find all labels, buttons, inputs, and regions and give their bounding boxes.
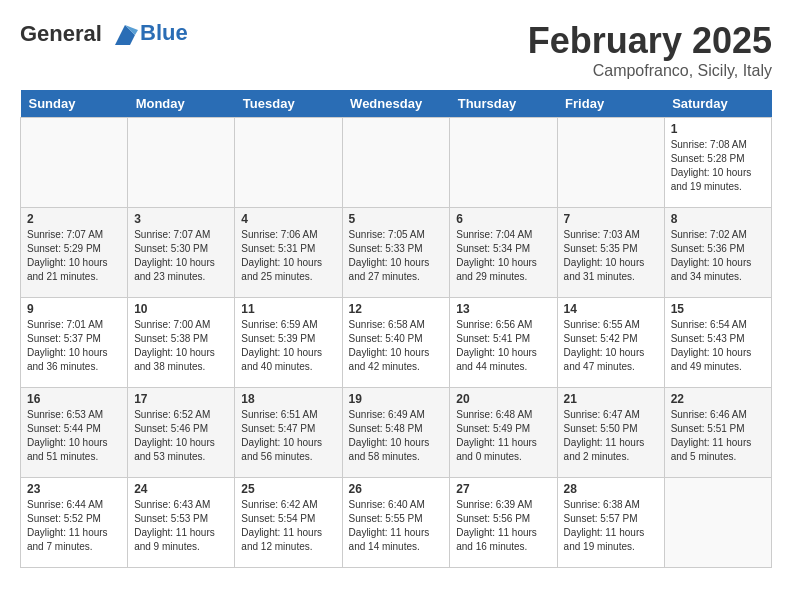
day-number: 11	[241, 302, 335, 316]
week-row-5: 23Sunrise: 6:44 AM Sunset: 5:52 PM Dayli…	[21, 478, 772, 568]
day-cell	[557, 118, 664, 208]
day-info: Sunrise: 7:03 AM Sunset: 5:35 PM Dayligh…	[564, 228, 658, 284]
day-info: Sunrise: 6:51 AM Sunset: 5:47 PM Dayligh…	[241, 408, 335, 464]
logo: General Blue	[20, 20, 188, 50]
day-info: Sunrise: 7:00 AM Sunset: 5:38 PM Dayligh…	[134, 318, 228, 374]
day-info: Sunrise: 6:46 AM Sunset: 5:51 PM Dayligh…	[671, 408, 765, 464]
day-cell: 16Sunrise: 6:53 AM Sunset: 5:44 PM Dayli…	[21, 388, 128, 478]
day-number: 13	[456, 302, 550, 316]
day-cell: 18Sunrise: 6:51 AM Sunset: 5:47 PM Dayli…	[235, 388, 342, 478]
day-info: Sunrise: 7:01 AM Sunset: 5:37 PM Dayligh…	[27, 318, 121, 374]
day-info: Sunrise: 6:58 AM Sunset: 5:40 PM Dayligh…	[349, 318, 444, 374]
day-number: 10	[134, 302, 228, 316]
day-cell: 28Sunrise: 6:38 AM Sunset: 5:57 PM Dayli…	[557, 478, 664, 568]
day-number: 9	[27, 302, 121, 316]
day-cell	[342, 118, 450, 208]
logo-blue: Blue	[140, 20, 188, 46]
day-cell: 27Sunrise: 6:39 AM Sunset: 5:56 PM Dayli…	[450, 478, 557, 568]
day-cell: 2Sunrise: 7:07 AM Sunset: 5:29 PM Daylig…	[21, 208, 128, 298]
day-info: Sunrise: 6:49 AM Sunset: 5:48 PM Dayligh…	[349, 408, 444, 464]
week-row-1: 1Sunrise: 7:08 AM Sunset: 5:28 PM Daylig…	[21, 118, 772, 208]
day-cell: 21Sunrise: 6:47 AM Sunset: 5:50 PM Dayli…	[557, 388, 664, 478]
day-number: 25	[241, 482, 335, 496]
day-info: Sunrise: 6:38 AM Sunset: 5:57 PM Dayligh…	[564, 498, 658, 554]
day-cell: 14Sunrise: 6:55 AM Sunset: 5:42 PM Dayli…	[557, 298, 664, 388]
day-info: Sunrise: 6:48 AM Sunset: 5:49 PM Dayligh…	[456, 408, 550, 464]
weekday-header-tuesday: Tuesday	[235, 90, 342, 118]
day-number: 27	[456, 482, 550, 496]
day-cell: 10Sunrise: 7:00 AM Sunset: 5:38 PM Dayli…	[128, 298, 235, 388]
weekday-header-row: SundayMondayTuesdayWednesdayThursdayFrid…	[21, 90, 772, 118]
day-number: 15	[671, 302, 765, 316]
day-cell: 7Sunrise: 7:03 AM Sunset: 5:35 PM Daylig…	[557, 208, 664, 298]
day-info: Sunrise: 7:05 AM Sunset: 5:33 PM Dayligh…	[349, 228, 444, 284]
day-cell: 12Sunrise: 6:58 AM Sunset: 5:40 PM Dayli…	[342, 298, 450, 388]
day-cell: 26Sunrise: 6:40 AM Sunset: 5:55 PM Dayli…	[342, 478, 450, 568]
day-cell: 3Sunrise: 7:07 AM Sunset: 5:30 PM Daylig…	[128, 208, 235, 298]
weekday-header-friday: Friday	[557, 90, 664, 118]
day-info: Sunrise: 6:47 AM Sunset: 5:50 PM Dayligh…	[564, 408, 658, 464]
day-number: 16	[27, 392, 121, 406]
week-row-3: 9Sunrise: 7:01 AM Sunset: 5:37 PM Daylig…	[21, 298, 772, 388]
weekday-header-monday: Monday	[128, 90, 235, 118]
month-title: February 2025	[528, 20, 772, 62]
day-number: 19	[349, 392, 444, 406]
day-number: 17	[134, 392, 228, 406]
day-number: 6	[456, 212, 550, 226]
location-title: Campofranco, Sicily, Italy	[528, 62, 772, 80]
day-info: Sunrise: 7:08 AM Sunset: 5:28 PM Dayligh…	[671, 138, 765, 194]
day-info: Sunrise: 6:43 AM Sunset: 5:53 PM Dayligh…	[134, 498, 228, 554]
day-cell: 6Sunrise: 7:04 AM Sunset: 5:34 PM Daylig…	[450, 208, 557, 298]
day-number: 24	[134, 482, 228, 496]
day-cell: 24Sunrise: 6:43 AM Sunset: 5:53 PM Dayli…	[128, 478, 235, 568]
logo-general: General	[20, 21, 102, 46]
day-cell: 23Sunrise: 6:44 AM Sunset: 5:52 PM Dayli…	[21, 478, 128, 568]
day-info: Sunrise: 7:02 AM Sunset: 5:36 PM Dayligh…	[671, 228, 765, 284]
day-info: Sunrise: 6:59 AM Sunset: 5:39 PM Dayligh…	[241, 318, 335, 374]
day-number: 1	[671, 122, 765, 136]
day-info: Sunrise: 6:39 AM Sunset: 5:56 PM Dayligh…	[456, 498, 550, 554]
day-cell: 13Sunrise: 6:56 AM Sunset: 5:41 PM Dayli…	[450, 298, 557, 388]
day-cell	[21, 118, 128, 208]
day-number: 12	[349, 302, 444, 316]
weekday-header-thursday: Thursday	[450, 90, 557, 118]
day-info: Sunrise: 6:44 AM Sunset: 5:52 PM Dayligh…	[27, 498, 121, 554]
day-number: 3	[134, 212, 228, 226]
day-cell	[664, 478, 771, 568]
day-number: 21	[564, 392, 658, 406]
day-number: 8	[671, 212, 765, 226]
day-number: 7	[564, 212, 658, 226]
day-info: Sunrise: 7:06 AM Sunset: 5:31 PM Dayligh…	[241, 228, 335, 284]
day-number: 2	[27, 212, 121, 226]
day-number: 23	[27, 482, 121, 496]
day-number: 4	[241, 212, 335, 226]
day-info: Sunrise: 6:56 AM Sunset: 5:41 PM Dayligh…	[456, 318, 550, 374]
week-row-4: 16Sunrise: 6:53 AM Sunset: 5:44 PM Dayli…	[21, 388, 772, 478]
day-cell: 25Sunrise: 6:42 AM Sunset: 5:54 PM Dayli…	[235, 478, 342, 568]
day-number: 26	[349, 482, 444, 496]
day-info: Sunrise: 6:55 AM Sunset: 5:42 PM Dayligh…	[564, 318, 658, 374]
day-info: Sunrise: 7:04 AM Sunset: 5:34 PM Dayligh…	[456, 228, 550, 284]
day-info: Sunrise: 6:40 AM Sunset: 5:55 PM Dayligh…	[349, 498, 444, 554]
day-cell	[128, 118, 235, 208]
day-number: 5	[349, 212, 444, 226]
day-cell: 8Sunrise: 7:02 AM Sunset: 5:36 PM Daylig…	[664, 208, 771, 298]
day-cell	[235, 118, 342, 208]
day-number: 14	[564, 302, 658, 316]
day-info: Sunrise: 6:42 AM Sunset: 5:54 PM Dayligh…	[241, 498, 335, 554]
day-cell: 9Sunrise: 7:01 AM Sunset: 5:37 PM Daylig…	[21, 298, 128, 388]
day-info: Sunrise: 7:07 AM Sunset: 5:30 PM Dayligh…	[134, 228, 228, 284]
header: General Blue February 2025 Campofranco, …	[20, 20, 772, 80]
day-cell	[450, 118, 557, 208]
day-cell: 4Sunrise: 7:06 AM Sunset: 5:31 PM Daylig…	[235, 208, 342, 298]
calendar-table: SundayMondayTuesdayWednesdayThursdayFrid…	[20, 90, 772, 568]
day-number: 22	[671, 392, 765, 406]
day-cell: 1Sunrise: 7:08 AM Sunset: 5:28 PM Daylig…	[664, 118, 771, 208]
day-cell: 5Sunrise: 7:05 AM Sunset: 5:33 PM Daylig…	[342, 208, 450, 298]
week-row-2: 2Sunrise: 7:07 AM Sunset: 5:29 PM Daylig…	[21, 208, 772, 298]
day-info: Sunrise: 6:53 AM Sunset: 5:44 PM Dayligh…	[27, 408, 121, 464]
day-info: Sunrise: 6:54 AM Sunset: 5:43 PM Dayligh…	[671, 318, 765, 374]
day-cell: 17Sunrise: 6:52 AM Sunset: 5:46 PM Dayli…	[128, 388, 235, 478]
day-cell: 15Sunrise: 6:54 AM Sunset: 5:43 PM Dayli…	[664, 298, 771, 388]
day-cell: 20Sunrise: 6:48 AM Sunset: 5:49 PM Dayli…	[450, 388, 557, 478]
